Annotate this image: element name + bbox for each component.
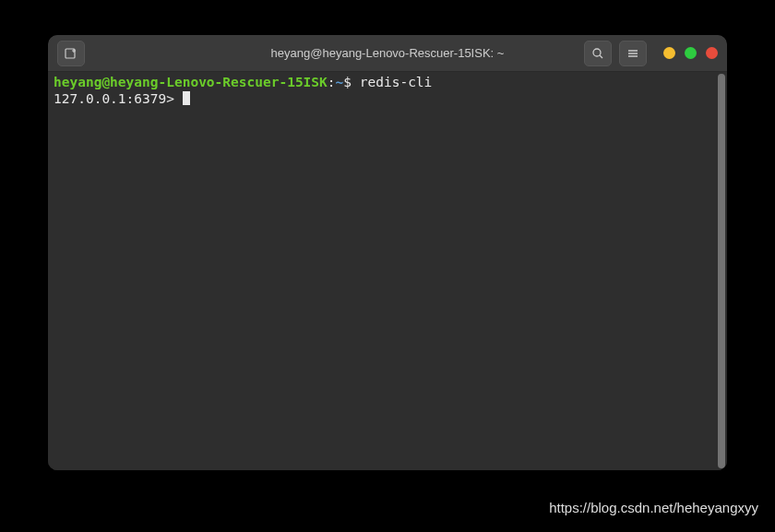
new-tab-icon bbox=[64, 46, 78, 61]
minimize-button[interactable] bbox=[663, 47, 675, 59]
hamburger-icon bbox=[626, 46, 640, 61]
svg-point-3 bbox=[593, 49, 601, 56]
terminal-body[interactable]: heyang@heyang-Lenovo-Rescuer-15ISK:~$ re… bbox=[48, 72, 727, 470]
prompt-path: ~ bbox=[336, 75, 344, 89]
watermark: https://blog.csdn.net/heheyangxyy bbox=[549, 500, 758, 515]
cursor bbox=[183, 91, 190, 105]
search-icon bbox=[590, 46, 605, 61]
menu-button[interactable] bbox=[619, 41, 647, 66]
titlebar: heyang@heyang-Lenovo-Rescuer-15ISK: ~ bbox=[48, 35, 727, 72]
redis-prompt: 127.0.0.1:6379> bbox=[54, 91, 174, 106]
search-button[interactable] bbox=[584, 41, 612, 66]
prompt-colon: : bbox=[328, 75, 336, 89]
svg-line-4 bbox=[600, 55, 602, 58]
window-controls bbox=[663, 47, 718, 59]
close-button[interactable] bbox=[706, 47, 718, 59]
new-tab-button[interactable] bbox=[57, 41, 85, 66]
titlebar-left bbox=[57, 41, 85, 66]
command-text: redis-cli bbox=[360, 75, 433, 89]
scrollbar[interactable] bbox=[718, 74, 725, 468]
titlebar-right bbox=[584, 41, 718, 66]
prompt-dollar: $ bbox=[343, 75, 352, 89]
terminal-window: heyang@heyang-Lenovo-Rescuer-15ISK: ~ bbox=[48, 35, 727, 470]
prompt-userhost: heyang@heyang-Lenovo-Rescuer-15ISK bbox=[54, 75, 328, 89]
maximize-button[interactable] bbox=[685, 47, 697, 59]
